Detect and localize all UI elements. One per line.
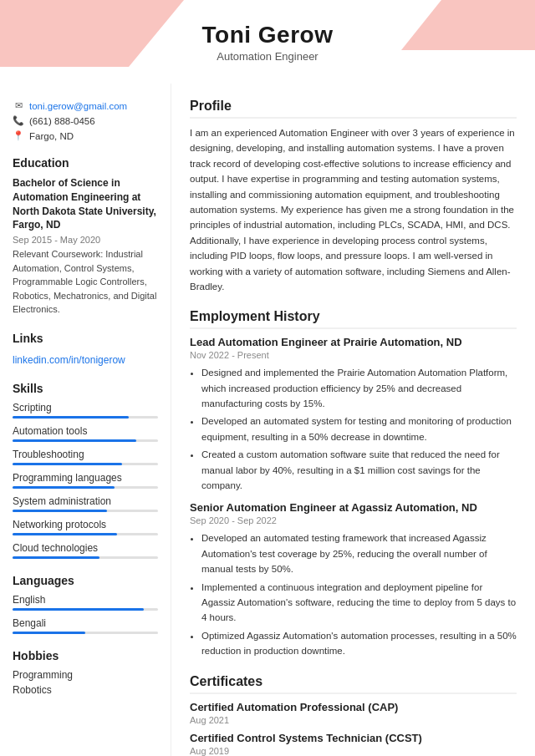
languages-list: English Bengali <box>13 594 158 634</box>
certificates-title: Certificates <box>190 674 517 694</box>
contact-phone: 📞 (661) 888-0456 <box>13 115 158 126</box>
cert-entry: Certified Control Systems Technician (CC… <box>190 732 517 756</box>
skill-bar-fill <box>13 439 136 442</box>
links-title: Links <box>13 332 158 345</box>
cert-name: Certified Control Systems Technician (CC… <box>190 732 517 744</box>
job-bullet: Designed and implemented the Prairie Aut… <box>201 365 517 411</box>
education-degree: Bachelor of Science in Automation Engine… <box>13 176 158 232</box>
skills-list: Scripting Automation tools Troubleshooti… <box>13 402 158 559</box>
location-icon: 📍 <box>13 130 24 141</box>
language-bar-background <box>13 632 158 634</box>
education-dates: Sep 2015 - May 2020 <box>13 235 158 245</box>
certificates-section: Certificates Certified Automation Profes… <box>190 674 517 756</box>
skill-label: Troubleshooting <box>13 449 158 460</box>
job-entry: Senior Automation Engineer at Agassiz Au… <box>190 501 517 658</box>
job-entry: Lead Automation Engineer at Prairie Auto… <box>190 336 517 493</box>
language-item: Bengali <box>13 617 158 634</box>
cert-entry: Certified Automation Professional (CAP) … <box>190 701 517 725</box>
job-title: Lead Automation Engineer at Prairie Auto… <box>190 336 517 348</box>
skill-item: System administration <box>13 495 158 512</box>
contact-email: ✉ toni.gerow@gmail.com <box>13 100 158 111</box>
job-bullets-list: Designed and implemented the Prairie Aut… <box>190 365 517 493</box>
languages-title: Languages <box>13 574 158 587</box>
skill-bar-background <box>13 416 158 419</box>
phone-icon: 📞 <box>13 115 24 126</box>
education-section: Education Bachelor of Science in Automat… <box>13 156 158 317</box>
language-bar-background <box>13 608 158 611</box>
certs-list: Certified Automation Professional (CAP) … <box>190 701 517 756</box>
job-bullet: Developed an automated system for testin… <box>201 414 517 444</box>
main-content: Profile I am an experienced Automation E… <box>171 84 535 756</box>
skill-bar-background <box>13 533 158 535</box>
email-icon: ✉ <box>13 100 24 111</box>
skill-bar-fill <box>13 416 129 419</box>
language-label: English <box>13 594 158 606</box>
hobbies-title: Hobbies <box>13 649 158 662</box>
languages-section: Languages English Bengali <box>13 574 158 634</box>
linkedin-link[interactable]: linkedin.com/in/tonigerow <box>13 354 125 366</box>
header-content: Toni Gerow Automation Engineer <box>0 0 535 84</box>
language-label: Bengali <box>13 617 158 629</box>
skill-label: Cloud technologies <box>13 542 158 554</box>
skill-bar-background <box>13 463 158 465</box>
cert-date: Aug 2021 <box>190 715 517 725</box>
location-text: Fargo, ND <box>29 131 74 141</box>
skill-bar-fill <box>13 510 107 512</box>
candidate-name: Toni Gerow <box>202 22 334 48</box>
skills-section: Skills Scripting Automation tools Troubl… <box>13 382 158 559</box>
skill-bar-background <box>13 486 158 489</box>
hobbies-list: ProgrammingRobotics <box>13 669 158 696</box>
skill-label: Scripting <box>13 402 158 414</box>
header-background: Toni Gerow Automation Engineer <box>0 0 535 84</box>
cert-name: Certified Automation Professional (CAP) <box>190 701 517 713</box>
job-title: Senior Automation Engineer at Agassiz Au… <box>190 501 517 514</box>
skill-bar-fill <box>13 533 117 535</box>
sidebar: ✉ toni.gerow@gmail.com 📞 (661) 888-0456 … <box>0 84 171 756</box>
hobbies-section: Hobbies ProgrammingRobotics <box>13 649 158 696</box>
language-item: English <box>13 594 158 611</box>
hobby-item: Robotics <box>13 684 158 696</box>
job-dates: Sep 2020 - Sep 2022 <box>190 515 517 525</box>
language-bar-fill <box>13 608 144 611</box>
cert-date: Aug 2019 <box>190 746 517 756</box>
job-bullets-list: Developed an automated testing framework… <box>190 530 517 658</box>
contact-location: 📍 Fargo, ND <box>13 130 158 141</box>
skills-title: Skills <box>13 382 158 395</box>
email-link[interactable]: toni.gerow@gmail.com <box>29 101 127 111</box>
skill-bar-fill <box>13 463 122 465</box>
employment-title: Employment History <box>190 309 517 329</box>
profile-text: I am an experienced Automation Engineer … <box>190 125 517 294</box>
skill-item: Cloud technologies <box>13 542 158 559</box>
skill-bar-background <box>13 439 158 442</box>
skill-item: Networking protocols <box>13 519 158 535</box>
hobby-item: Programming <box>13 669 158 681</box>
skill-bar-background <box>13 510 158 512</box>
links-section: Links linkedin.com/in/tonigerow <box>13 332 158 367</box>
employment-section: Employment History Lead Automation Engin… <box>190 309 517 658</box>
job-bullet: Developed an automated testing framework… <box>201 530 517 576</box>
profile-title: Profile <box>190 99 517 119</box>
skill-label: Programming languages <box>13 472 158 484</box>
skill-item: Programming languages <box>13 472 158 489</box>
job-bullet: Optimized Agassiz Automation's automatio… <box>201 628 517 659</box>
skill-label: Automation tools <box>13 425 158 437</box>
language-bar-fill <box>13 632 85 634</box>
candidate-title: Automation Engineer <box>217 50 318 63</box>
job-dates: Nov 2022 - Present <box>190 350 517 360</box>
skill-bar-background <box>13 556 158 559</box>
jobs-list: Lead Automation Engineer at Prairie Auto… <box>190 336 517 658</box>
skill-item: Automation tools <box>13 425 158 442</box>
skill-item: Scripting <box>13 402 158 419</box>
education-coursework: Relevant Coursework: Industrial Automati… <box>13 247 158 317</box>
linkedin-link-item: linkedin.com/in/tonigerow <box>13 352 158 367</box>
skill-label: Networking protocols <box>13 519 158 530</box>
body-container: ✉ toni.gerow@gmail.com 📞 (661) 888-0456 … <box>0 84 535 756</box>
coursework-label: Relevant Coursework: <box>13 249 103 259</box>
resume-container: Toni Gerow Automation Engineer ✉ toni.ge… <box>0 0 535 756</box>
phone-number: (661) 888-0456 <box>29 116 95 126</box>
contact-section: ✉ toni.gerow@gmail.com 📞 (661) 888-0456 … <box>13 100 158 141</box>
education-title: Education <box>13 156 158 170</box>
profile-section: Profile I am an experienced Automation E… <box>190 99 517 294</box>
skill-label: System administration <box>13 495 158 507</box>
job-bullet: Implemented a continuous integration and… <box>201 580 517 626</box>
